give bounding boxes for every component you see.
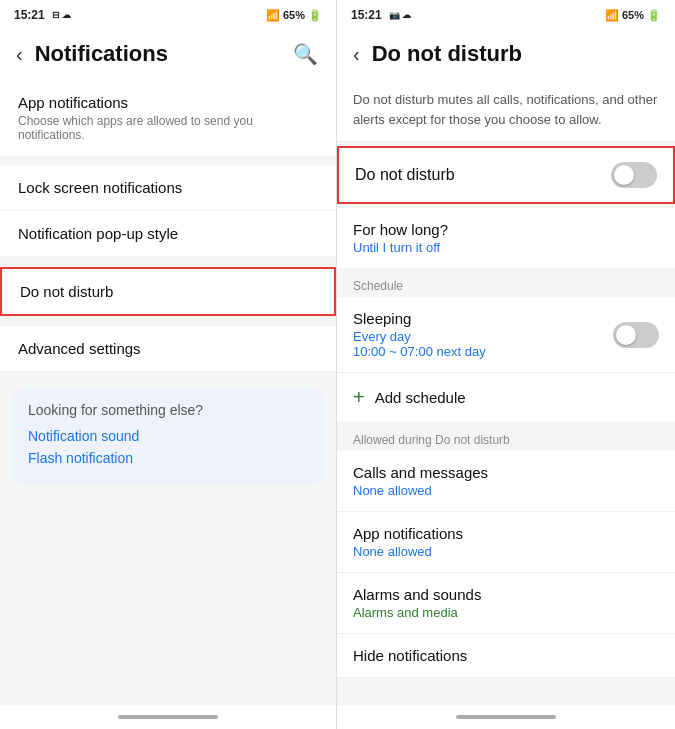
status-bar-right: 15:21 📷 ☁ 📶 65% 🔋: [337, 0, 675, 28]
sleeping-title: Sleeping: [353, 310, 613, 327]
menu-item-advanced[interactable]: Advanced settings: [0, 326, 336, 372]
dnd-item-sub: Alarms and media: [353, 605, 659, 620]
sleeping-sub1: Every day: [353, 329, 613, 344]
suggestion-link-flash[interactable]: Flash notification: [28, 450, 308, 466]
header-right: ‹ Do not disturb: [337, 28, 675, 80]
dnd-item-for-how-long[interactable]: For how long? Until I turn it off: [337, 208, 675, 269]
menu-item-app-notifications[interactable]: App notifications Choose which apps are …: [0, 80, 336, 157]
status-bar-left: 15:21 ⊟ ☁ 📶 65% 🔋: [0, 0, 336, 28]
battery-icon-left: 🔋: [308, 9, 322, 22]
search-button-left[interactable]: 🔍: [289, 38, 322, 70]
notification-icons-left: ⊟ ☁: [52, 10, 72, 20]
menu-item-title: Advanced settings: [18, 340, 318, 357]
dnd-item-app-notifications[interactable]: App notifications None allowed: [337, 512, 675, 573]
status-time-right: 15:21 📷 ☁: [351, 8, 411, 22]
back-button-right[interactable]: ‹: [345, 39, 368, 70]
menu-item-subtitle: Choose which apps are allowed to send yo…: [18, 114, 318, 142]
home-bar-left: [0, 705, 336, 729]
sleeping-toggle-switch[interactable]: [613, 322, 659, 348]
time-right: 15:21: [351, 8, 382, 22]
menu-item-title: Lock screen notifications: [18, 179, 318, 196]
dnd-item-title: Alarms and sounds: [353, 586, 659, 603]
dnd-toggle-label: Do not disturb: [355, 166, 455, 184]
schedule-section-label: Schedule: [337, 269, 675, 297]
home-bar-line-right: [456, 715, 556, 719]
battery-right: 65%: [622, 9, 644, 21]
dnd-item-title: Calls and messages: [353, 464, 659, 481]
battery-icon-right: 🔋: [647, 9, 661, 22]
add-schedule-label: Add schedule: [375, 389, 466, 406]
status-icons-right: 📶 65% 🔋: [605, 9, 661, 22]
add-schedule-row[interactable]: + Add schedule: [337, 373, 675, 423]
home-bar-right: [337, 705, 675, 729]
menu-item-lock-screen[interactable]: Lock screen notifications: [0, 165, 336, 211]
toggle-knob: [614, 165, 634, 185]
right-panel: 15:21 📷 ☁ 📶 65% 🔋 ‹ Do not disturb Do no…: [337, 0, 675, 729]
dnd-toggle-row[interactable]: Do not disturb: [337, 146, 675, 204]
dnd-item-title: For how long?: [353, 221, 659, 238]
suggestion-link-sound[interactable]: Notification sound: [28, 428, 308, 444]
plus-icon: +: [353, 386, 365, 409]
status-icons-left: 📶 65% 🔋: [266, 9, 322, 22]
menu-item-popup-style[interactable]: Notification pop-up style: [0, 211, 336, 257]
dnd-description: Do not disturb mutes all calls, notifica…: [337, 80, 675, 142]
dnd-item-calls-messages[interactable]: Calls and messages None allowed: [337, 451, 675, 512]
dnd-item-sub: None allowed: [353, 544, 659, 559]
dnd-menu-list: Do not disturb mutes all calls, notifica…: [337, 80, 675, 705]
dnd-item-title: App notifications: [353, 525, 659, 542]
menu-list-left: App notifications Choose which apps are …: [0, 80, 336, 705]
suggestion-title: Looking for something else?: [28, 402, 308, 418]
sleeping-text: Sleeping Every day 10:00 ~ 07:00 next da…: [353, 310, 613, 359]
page-title-right: Do not disturb: [372, 41, 661, 67]
left-panel: 15:21 ⊟ ☁ 📶 65% 🔋 ‹ Notifications 🔍 App …: [0, 0, 337, 729]
dnd-toggle-switch[interactable]: [611, 162, 657, 188]
gap-3: [0, 318, 336, 326]
battery-left: 65%: [283, 9, 305, 21]
time-left: 15:21: [14, 8, 45, 22]
gap-1: [0, 157, 336, 165]
dnd-item-title: Hide notifications: [353, 647, 659, 664]
menu-item-title: Notification pop-up style: [18, 225, 318, 242]
page-title-left: Notifications: [35, 41, 289, 67]
signal-right: 📶: [605, 9, 619, 22]
dnd-item-hide-notifications[interactable]: Hide notifications: [337, 634, 675, 678]
dnd-item-alarms-sounds[interactable]: Alarms and sounds Alarms and media: [337, 573, 675, 634]
gap-2: [0, 257, 336, 265]
dnd-item-sub: None allowed: [353, 483, 659, 498]
notification-icons-right: 📷 ☁: [389, 10, 412, 20]
gap-4: [0, 372, 336, 380]
menu-item-title: Do not disturb: [20, 283, 316, 300]
sleeping-row[interactable]: Sleeping Every day 10:00 ~ 07:00 next da…: [337, 297, 675, 373]
dnd-item-sub: Until I turn it off: [353, 240, 659, 255]
home-bar-line-left: [118, 715, 218, 719]
signal-left: 📶: [266, 9, 280, 22]
header-left: ‹ Notifications 🔍: [0, 28, 336, 80]
menu-item-do-not-disturb[interactable]: Do not disturb: [0, 267, 336, 316]
sleeping-sub2: 10:00 ~ 07:00 next day: [353, 344, 613, 359]
back-button-left[interactable]: ‹: [8, 39, 31, 70]
sleeping-toggle-knob: [616, 325, 636, 345]
menu-item-title: App notifications: [18, 94, 318, 111]
allowed-section-label: Allowed during Do not disturb: [337, 423, 675, 451]
suggestion-box: Looking for something else? Notification…: [12, 388, 324, 486]
status-time-left: 15:21 ⊟ ☁: [14, 8, 71, 22]
